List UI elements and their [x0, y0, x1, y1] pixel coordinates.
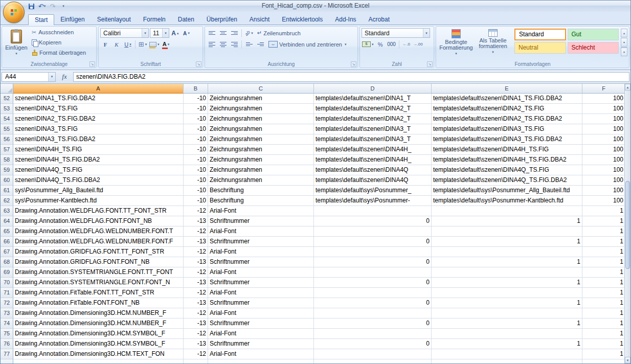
- cell-C64[interactable]: Schriftnummer: [208, 216, 314, 226]
- row-header-75[interactable]: 75: [1, 329, 13, 339]
- cell-F55[interactable]: 100: [582, 124, 625, 134]
- cell-C71[interactable]: Arial-Font: [208, 288, 314, 298]
- cell-A56[interactable]: szenen\DINA3_TS.FIG.DBA2: [13, 134, 184, 145]
- format-painter-button[interactable]: Format übertragen: [32, 48, 94, 57]
- cell-A64[interactable]: Drawing.Annotation.WELDFLAG.FONT.FONT_NB: [13, 216, 184, 226]
- cell-A67[interactable]: Drawing.Annotation.GRIDFLAG.FONT.TT_FONT…: [13, 247, 184, 257]
- row-header-70[interactable]: 70: [1, 278, 13, 288]
- row-header-68[interactable]: 68: [1, 257, 13, 267]
- cell-A76[interactable]: Drawing.Annotation.Dimensioning3D.HCM.SY…: [13, 339, 184, 349]
- copy-button[interactable]: Kopieren: [32, 38, 94, 47]
- cell-B65[interactable]: -12: [184, 226, 208, 237]
- cell-D53[interactable]: templates\default\szenen\DINA2_T: [314, 104, 432, 114]
- row-header-52[interactable]: 52: [1, 94, 13, 104]
- cell-D63[interactable]: [314, 206, 432, 216]
- cell-F58[interactable]: 100: [582, 155, 625, 165]
- cell-E63[interactable]: [432, 206, 582, 216]
- cell-B66[interactable]: -13: [184, 237, 208, 247]
- cell-A57[interactable]: szenen\DINA4H_TS.FIG: [13, 145, 184, 155]
- cell-F70[interactable]: 1: [582, 278, 625, 288]
- qat-customize-button[interactable]: ▾: [59, 2, 67, 11]
- tab-seitenlayout[interactable]: Seitenlayout: [91, 14, 137, 25]
- cell-B69[interactable]: -12: [184, 267, 208, 278]
- row-header-53[interactable]: 53: [1, 104, 13, 114]
- formula-input[interactable]: szenen\DINA3.FIG.DBA2: [73, 72, 629, 82]
- row-header-72[interactable]: 72: [1, 298, 13, 308]
- dialog-launcher-icon[interactable]: ↘: [427, 61, 433, 67]
- cell-C77[interactable]: Arial-Font: [208, 349, 314, 359]
- row-header-74[interactable]: 74: [1, 318, 13, 329]
- cell-C53[interactable]: Zeichnungsrahmen: [208, 104, 314, 114]
- fill-color-button[interactable]: ▾: [149, 39, 160, 50]
- cell-E73[interactable]: [432, 308, 582, 318]
- tab-entwicklertools[interactable]: Entwicklertools: [276, 14, 329, 25]
- cell-B64[interactable]: -13: [184, 216, 208, 226]
- cell-B68[interactable]: -13: [184, 257, 208, 267]
- cell-C58[interactable]: Zeichnungsrahmen: [208, 155, 314, 165]
- row-header-[interactable]: [1, 359, 13, 363]
- cell-A55[interactable]: szenen\DINA3_TS.FIG: [13, 124, 184, 134]
- cell-F77[interactable]: 1: [582, 349, 625, 359]
- cell-D74[interactable]: 0: [314, 318, 432, 329]
- cell-B[interactable]: [184, 359, 208, 363]
- gallery-more-button[interactable]: ▾: [621, 47, 627, 56]
- cell-E54[interactable]: templates\default\szenen\DINA2_TS.FIG.DB…: [432, 114, 582, 124]
- cell-A75[interactable]: Drawing.Annotation.Dimensioning3D.HCM.SY…: [13, 329, 184, 339]
- cell-D73[interactable]: [314, 308, 432, 318]
- cell-D61[interactable]: templates\default\sys\Posnummer_: [314, 186, 432, 196]
- name-box[interactable]: A44 ▾: [2, 72, 56, 82]
- undo-button[interactable]: ↶▾: [38, 2, 46, 11]
- cell-E77[interactable]: [432, 349, 582, 359]
- cell-B77[interactable]: -12: [184, 349, 208, 359]
- cell-F62[interactable]: 100: [582, 196, 625, 206]
- row-header-61[interactable]: 61: [1, 186, 13, 196]
- column-header-a[interactable]: A: [13, 84, 184, 94]
- row-header-58[interactable]: 58: [1, 155, 13, 165]
- cell-C52[interactable]: Zeichnungsrahmen: [208, 94, 314, 104]
- cell-B57[interactable]: -10: [184, 145, 208, 155]
- percent-button[interactable]: %: [375, 39, 386, 50]
- cell-E58[interactable]: templates\default\szenen\DINA4H_TS.FIG.D…: [432, 155, 582, 165]
- remove-decimal-button[interactable]: [413, 39, 423, 50]
- cell-B62[interactable]: -10: [184, 196, 208, 206]
- dialog-launcher-icon[interactable]: ↘: [89, 61, 95, 67]
- cell-C69[interactable]: Arial-Font: [208, 267, 314, 278]
- cell-E72[interactable]: 1: [432, 298, 582, 308]
- cell-D68[interactable]: 0: [314, 257, 432, 267]
- align-left-button[interactable]: [207, 39, 217, 50]
- row-header-56[interactable]: 56: [1, 134, 13, 145]
- cell-A62[interactable]: sys\Posnummer-Kantblech.ftd: [13, 196, 184, 206]
- cell-B67[interactable]: -12: [184, 247, 208, 257]
- cell-C67[interactable]: Arial-Font: [208, 247, 314, 257]
- cell-A69[interactable]: Drawing.Annotation.SYSTEMTRIANGLE.FONT.T…: [13, 267, 184, 278]
- scroll-up-button[interactable]: ▲: [625, 84, 630, 90]
- column-header-b[interactable]: B: [184, 84, 208, 94]
- cell-C76[interactable]: Schriftnummer: [208, 339, 314, 349]
- cell-B71[interactable]: -12: [184, 288, 208, 298]
- cell-B54[interactable]: -10: [184, 114, 208, 124]
- cell-C[interactable]: [208, 359, 314, 363]
- save-button[interactable]: [27, 2, 35, 11]
- cell-C63[interactable]: Arial-Font: [208, 206, 314, 216]
- cell-F61[interactable]: 100: [582, 186, 625, 196]
- cell-E67[interactable]: [432, 247, 582, 257]
- cell-D58[interactable]: templates\default\szenen\DINA4H_: [314, 155, 432, 165]
- row-header-65[interactable]: 65: [1, 226, 13, 237]
- tab-acrobat[interactable]: Acrobat: [363, 14, 396, 25]
- cell-E59[interactable]: templates\default\szenen\DINA4Q_TS.FIG: [432, 165, 582, 175]
- cell-F56[interactable]: 100: [582, 134, 625, 145]
- row-header-66[interactable]: 66: [1, 237, 13, 247]
- row-header-76[interactable]: 76: [1, 339, 13, 349]
- cell-A58[interactable]: szenen\DINA4H_TS.FIG.DBA2: [13, 155, 184, 165]
- cell-C74[interactable]: Schriftnummer: [208, 318, 314, 329]
- row-header-73[interactable]: 73: [1, 308, 13, 318]
- row-header-55[interactable]: 55: [1, 124, 13, 134]
- cell-D66[interactable]: 0: [314, 237, 432, 247]
- vertical-scrollbar[interactable]: ▲ ▼: [624, 84, 630, 363]
- cell-D77[interactable]: [314, 349, 432, 359]
- cell-D52[interactable]: templates\default\szenen\DINA1_T: [314, 94, 432, 104]
- cell-F66[interactable]: 1: [582, 237, 625, 247]
- cell-C73[interactable]: Arial-Font: [208, 308, 314, 318]
- font-size-select[interactable]: 11 ▾: [150, 28, 169, 38]
- cell-D75[interactable]: [314, 329, 432, 339]
